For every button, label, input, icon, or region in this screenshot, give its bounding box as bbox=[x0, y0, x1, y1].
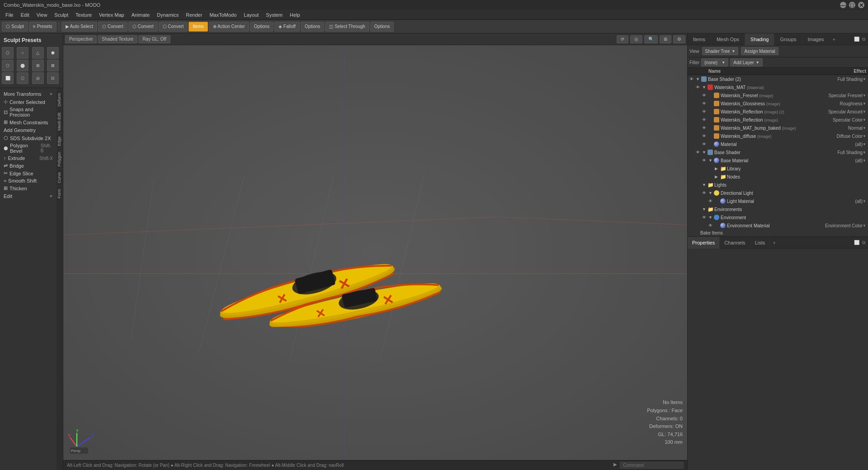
bridge-item[interactable]: ⇌ Bridge bbox=[2, 162, 55, 169]
tab-items[interactable]: Items bbox=[688, 33, 711, 45]
side-tab-deform[interactable]: Deform bbox=[57, 90, 63, 109]
raygl-button[interactable]: Ray GL: Off bbox=[138, 35, 170, 43]
center-selected-item[interactable]: ⊹ Center Selected bbox=[2, 98, 55, 106]
thicken-item[interactable]: ⊞ Thicken bbox=[2, 184, 55, 192]
shader-tree-dropdown[interactable]: Shader Tree ▼ bbox=[702, 47, 739, 55]
menu-maxtomodo[interactable]: MaxToModo bbox=[206, 11, 240, 19]
shader-row-base-shader-2[interactable]: 👁 ▼ Base Shader Full Shading ▼ bbox=[694, 148, 868, 156]
shader-row-diffuse[interactable]: 👁 Waterskis_diffuse (Image) Diffuse Colo… bbox=[700, 132, 868, 140]
add-layer-button[interactable]: Add Layer ▼ bbox=[730, 58, 763, 66]
tab-mesh-ops[interactable]: Mesh Ops bbox=[711, 33, 745, 45]
assign-material-button[interactable]: Assign Material bbox=[741, 47, 778, 55]
shader-row-environments[interactable]: ▼ 📁 Environments bbox=[694, 205, 868, 213]
select-options-button[interactable]: Options bbox=[370, 22, 394, 32]
more-transforms-header[interactable]: More Transforms ▼ bbox=[2, 90, 55, 98]
menu-file[interactable]: File bbox=[2, 11, 17, 19]
sculpt-tool-5[interactable]: ⬡ bbox=[2, 60, 14, 71]
polygon-bevel-item[interactable]: ⬢ Polygon Bevel Shift-B bbox=[2, 142, 55, 155]
shader-row-glossiness[interactable]: 👁 Waterskis_Glossiness (Image) Roughness… bbox=[700, 99, 868, 108]
edge-slice-item[interactable]: ✂ Edge Slice bbox=[2, 169, 55, 177]
menu-vertexmap[interactable]: Vertex Map bbox=[95, 11, 128, 19]
prop-tab-lists[interactable]: Lists bbox=[750, 237, 770, 249]
presets-button[interactable]: ≡ Presets bbox=[29, 22, 57, 32]
snaps-precision-item[interactable]: ⊡ Snaps and Precision bbox=[2, 106, 55, 118]
popout-icon[interactable]: ⧉ bbox=[861, 36, 866, 43]
prop-tab-channels[interactable]: Channels bbox=[720, 237, 750, 249]
maximize-button[interactable]: □ bbox=[849, 2, 855, 8]
vp-icon-5[interactable]: ⚙ bbox=[673, 35, 685, 43]
bake-items-row[interactable]: Bake Items bbox=[688, 230, 868, 236]
shading-button[interactable]: Shaded Texture bbox=[98, 35, 137, 43]
sculpt-button[interactable]: ⬡ Sculpt bbox=[2, 22, 28, 32]
items-button[interactable]: Items bbox=[189, 22, 208, 32]
tab-shading[interactable]: Shading bbox=[745, 33, 774, 45]
shader-row-reflection[interactable]: 👁 Waterskis_Reflection (Image) Specular … bbox=[700, 116, 868, 124]
menu-help[interactable]: Help bbox=[286, 11, 304, 19]
sculpt-tool-11[interactable]: ◎ bbox=[32, 72, 44, 84]
vp-icon-4[interactable]: ⊞ bbox=[660, 35, 671, 43]
minimize-button[interactable]: — bbox=[840, 2, 846, 8]
viewport-3d[interactable]: ✕ ✕ ✕ ✕ bbox=[63, 45, 687, 460]
sculpt-tool-6[interactable]: ⬤ bbox=[17, 60, 28, 71]
mesh-constraints-item[interactable]: ⊞ Mesh Constraints bbox=[2, 118, 55, 126]
shader-row-environment[interactable]: 👁 ▼ Environment bbox=[700, 213, 868, 221]
convert-button-2[interactable]: ⬡ Convert bbox=[128, 22, 158, 32]
menu-layout[interactable]: Layout bbox=[240, 11, 262, 19]
side-tab-polygon[interactable]: Polygon bbox=[57, 149, 63, 169]
viewport-canvas[interactable]: ✕ ✕ ✕ ✕ bbox=[63, 45, 687, 460]
shader-row-lights[interactable]: ▼ 📁 Lights bbox=[694, 181, 868, 189]
menu-texture[interactable]: Texture bbox=[72, 11, 95, 19]
side-tab-mesh-edit[interactable]: Mesh Edit bbox=[57, 109, 63, 133]
sculpt-tool-2[interactable]: ○ bbox=[17, 47, 28, 59]
menu-system[interactable]: System bbox=[262, 11, 286, 19]
menu-edit[interactable]: Edit bbox=[17, 11, 33, 19]
vp-icon-3[interactable]: 🔍 bbox=[644, 35, 658, 43]
sculpt-tool-9[interactable]: ⬜ bbox=[2, 72, 14, 84]
prop-popout-icon[interactable]: ⧉ bbox=[861, 239, 866, 246]
action-options-button[interactable]: Options bbox=[250, 22, 274, 32]
sculpt-tool-3[interactable]: △ bbox=[32, 47, 44, 59]
sculpt-tool-8[interactable]: ⊠ bbox=[47, 60, 59, 71]
prop-tab-add[interactable]: + bbox=[770, 238, 778, 247]
sculpt-tool-1[interactable]: ⬡ bbox=[2, 47, 14, 59]
tab-add-button[interactable]: + bbox=[830, 35, 838, 44]
convert-button-1[interactable]: ⬡ Convert bbox=[98, 22, 127, 32]
close-button[interactable]: ✕ bbox=[858, 2, 864, 8]
shader-row-nodes[interactable]: ▶ 📁 Nodes bbox=[707, 173, 868, 181]
shader-row-light-material[interactable]: 👁 Light Material (all) ▼ bbox=[707, 197, 868, 205]
tab-images[interactable]: Images bbox=[802, 33, 830, 45]
sculpt-tool-4[interactable]: ⬢ bbox=[47, 47, 59, 59]
menu-view[interactable]: View bbox=[33, 11, 51, 19]
side-tab-edge[interactable]: Edge bbox=[57, 133, 63, 149]
sculpt-tool-12[interactable]: ⊡ bbox=[47, 72, 59, 84]
vp-icon-2[interactable]: ◎ bbox=[630, 35, 642, 43]
prop-tab-properties[interactable]: Properties bbox=[688, 237, 720, 249]
command-input[interactable] bbox=[620, 462, 684, 469]
filter-dropdown[interactable]: (none) ▼ bbox=[701, 58, 728, 66]
side-tab-form[interactable]: Form bbox=[57, 186, 63, 201]
shader-row-env-material[interactable]: 👁 Environment Material Environment Color… bbox=[707, 221, 868, 230]
menu-render[interactable]: Render bbox=[182, 11, 206, 19]
extrude-item[interactable]: ↑ Extrude Shift-X bbox=[2, 155, 55, 162]
expand-icon[interactable]: ⬜ bbox=[853, 36, 860, 43]
sculpt-tool-7[interactable]: ⊞ bbox=[32, 60, 44, 71]
vp-icon-1[interactable]: ⟳ bbox=[617, 35, 628, 43]
shader-row-fresnel[interactable]: 👁 Waterskis_Fresnel (Image) Specular Fre… bbox=[700, 91, 868, 99]
shader-row-waterskis-mat[interactable]: 👁 ▼ Waterskis_MAT (Material) bbox=[694, 83, 868, 91]
shader-row-bump[interactable]: 👁 Waterskis_MAT_bump_baked (Image) Norma… bbox=[700, 124, 868, 132]
falloff-options-button[interactable]: Options bbox=[301, 22, 324, 32]
edit-header[interactable]: Edit ▼ bbox=[2, 192, 55, 200]
smooth-shift-item[interactable]: ≈ Smooth Shift bbox=[2, 177, 55, 184]
action-center-button[interactable]: ⊕ Action Center bbox=[209, 22, 249, 32]
prop-expand-icon[interactable]: ⬜ bbox=[853, 239, 860, 246]
sculpt-tool-10[interactable]: ⬡ bbox=[17, 72, 28, 84]
shader-row-dir-light[interactable]: 👁 ▼ Directional Light bbox=[700, 189, 868, 197]
add-geometry-header[interactable]: Add Geometry bbox=[2, 126, 55, 134]
menu-animate[interactable]: Animate bbox=[128, 11, 153, 19]
shader-row-base-material[interactable]: 👁 ▼ Base Material (all) ▼ bbox=[700, 156, 868, 164]
menu-sculpt[interactable]: Sculpt bbox=[51, 11, 72, 19]
shader-row-library[interactable]: ▶ 📁 Library bbox=[707, 164, 868, 173]
menu-dynamics[interactable]: Dynamics bbox=[153, 11, 182, 19]
shader-row-base-shader[interactable]: 👁 ▼ Base Shader (2) Full Shading ▼ bbox=[688, 75, 868, 83]
side-tab-curve[interactable]: Curve bbox=[57, 169, 63, 186]
